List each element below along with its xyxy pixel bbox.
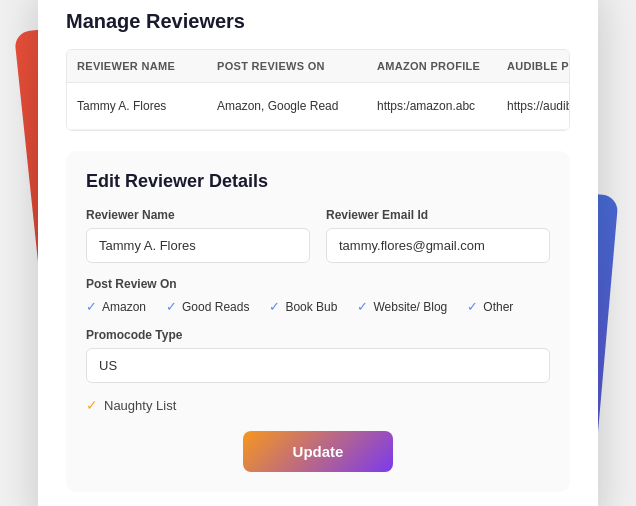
- edit-form: Edit Reviewer Details Reviewer Name Revi…: [66, 151, 570, 492]
- col-amazon-profile: AMAZON PROFILE: [367, 50, 497, 82]
- checkbox-bookbub[interactable]: ✓ Book Bub: [269, 299, 337, 314]
- update-button[interactable]: Update: [243, 431, 393, 472]
- promocode-input[interactable]: [86, 348, 550, 383]
- naughty-list-label: Naughty List: [104, 398, 176, 413]
- amazon-check-icon: ✓: [86, 299, 97, 314]
- naughty-list-row[interactable]: ✓ Naughty List: [86, 397, 550, 413]
- promocode-label: Promocode Type: [86, 328, 550, 342]
- cell-audible-profile: https://audible.abc: [497, 89, 570, 123]
- other-check-icon: ✓: [467, 299, 478, 314]
- goodreads-check-icon: ✓: [166, 299, 177, 314]
- cell-post-reviews: Amazon, Google Read: [207, 89, 367, 123]
- amazon-label: Amazon: [102, 300, 146, 314]
- bookbub-check-icon: ✓: [269, 299, 280, 314]
- reviewer-email-input[interactable]: [326, 228, 550, 263]
- cell-reviewer-name: Tammy A. Flores: [67, 89, 207, 123]
- reviewers-table: REVIEWER NAME POST REVIEWS ON AMAZON PRO…: [66, 49, 570, 131]
- reviewer-name-group: Reviewer Name: [86, 208, 310, 263]
- col-post-reviews: POST REVIEWS ON: [207, 50, 367, 82]
- naughty-check-icon: ✓: [86, 397, 98, 413]
- table-header: REVIEWER NAME POST REVIEWS ON AMAZON PRO…: [67, 50, 569, 83]
- edit-form-title: Edit Reviewer Details: [86, 171, 550, 192]
- websiteblog-check-icon: ✓: [357, 299, 368, 314]
- other-label: Other: [483, 300, 513, 314]
- checkbox-websiteblog[interactable]: ✓ Website/ Blog: [357, 299, 447, 314]
- name-email-row: Reviewer Name Reviewer Email Id: [86, 208, 550, 263]
- cell-amazon-profile: https:/amazon.abc: [367, 89, 497, 123]
- reviewer-name-input[interactable]: [86, 228, 310, 263]
- col-audible-profile: AUDIBLE PROFILE: [497, 50, 570, 82]
- main-card: Manage Reviewers REVIEWER NAME POST REVI…: [38, 0, 598, 506]
- checkbox-other[interactable]: ✓ Other: [467, 299, 513, 314]
- bookbub-label: Book Bub: [285, 300, 337, 314]
- promocode-section: Promocode Type: [86, 328, 550, 383]
- reviewer-name-label: Reviewer Name: [86, 208, 310, 222]
- reviewer-email-group: Reviewer Email Id: [326, 208, 550, 263]
- table-row: Tammy A. Flores Amazon, Google Read http…: [67, 83, 569, 130]
- post-review-label: Post Review On: [86, 277, 550, 291]
- goodreads-label: Good Reads: [182, 300, 249, 314]
- page-title: Manage Reviewers: [66, 10, 570, 33]
- checkbox-goodreads[interactable]: ✓ Good Reads: [166, 299, 249, 314]
- post-review-section: Post Review On ✓ Amazon ✓ Good Reads ✓ B…: [86, 277, 550, 314]
- reviewer-email-label: Reviewer Email Id: [326, 208, 550, 222]
- checkbox-amazon[interactable]: ✓ Amazon: [86, 299, 146, 314]
- checkbox-row: ✓ Amazon ✓ Good Reads ✓ Book Bub ✓ Websi…: [86, 299, 550, 314]
- websiteblog-label: Website/ Blog: [373, 300, 447, 314]
- col-reviewer-name: REVIEWER NAME: [67, 50, 207, 82]
